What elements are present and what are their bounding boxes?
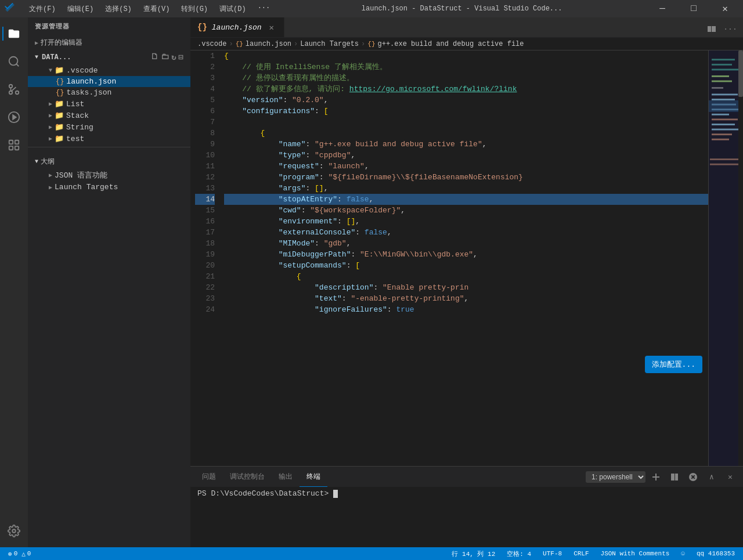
tasks-json-item[interactable]: {} tasks.json: [28, 87, 190, 98]
launch-json-item[interactable]: {} launch.json: [28, 76, 190, 87]
code-line-13: "args": [],: [224, 183, 708, 194]
new-file-icon[interactable]: 🗋: [150, 52, 158, 62]
new-terminal-button[interactable]: [648, 469, 664, 485]
split-editor-button[interactable]: [704, 21, 720, 37]
search-icon[interactable]: [2, 50, 26, 73]
menu-file[interactable]: 文件(F): [24, 3, 60, 15]
string-folder-name: String: [66, 123, 93, 132]
panel-tab-output[interactable]: 输出: [272, 467, 300, 487]
extensions-icon[interactable]: [2, 133, 26, 157]
menu-goto[interactable]: 转到(G): [176, 3, 212, 15]
kill-terminal-button[interactable]: [685, 469, 701, 485]
string-folder[interactable]: ▶ 📁 String: [28, 121, 190, 133]
code-content[interactable]: { // 使用 IntelliSense 了解相关属性。 // 悬停以查看现有属…: [219, 50, 708, 466]
breadcrumb-launch-targets[interactable]: Launch Targets: [300, 40, 359, 48]
source-control-icon[interactable]: [2, 78, 26, 101]
outline-json-lang[interactable]: ▶ JSON 语言功能: [28, 169, 190, 182]
project-section[interactable]: ▼ DATA... 🗋 🗀 ↻ ⊟: [28, 50, 190, 64]
test-folder[interactable]: ▶ 📁 test: [28, 133, 190, 144]
stack-chevron: ▶: [49, 112, 52, 119]
status-line-endings[interactable]: CRLF: [570, 547, 592, 560]
svg-point-9: [12, 529, 16, 533]
panel: 问题 调试控制台 输出 终端 1: powershell: [190, 466, 743, 547]
panel-tab-debug-console[interactable]: 调试控制台: [223, 467, 272, 487]
tab-close-button[interactable]: ✕: [266, 22, 277, 32]
new-folder-icon[interactable]: 🗀: [161, 52, 169, 62]
code-line-14: "stopAtEntry": false,: [224, 194, 708, 205]
code-line-10: "type": "cppdbg",: [224, 150, 708, 161]
menu-more[interactable]: ···: [253, 3, 275, 15]
statusbar-left: ⊗ 0 △ 0: [5, 547, 34, 560]
debug-icon[interactable]: [2, 106, 26, 129]
maximize-button[interactable]: □: [680, 0, 707, 17]
warning-icon: △: [21, 550, 26, 558]
panel-close-button[interactable]: ✕: [722, 469, 738, 485]
status-feedback[interactable]: ☺: [677, 547, 688, 560]
status-language[interactable]: JSON with Comments: [597, 547, 673, 560]
svg-point-3: [9, 85, 13, 88]
collapse-icon[interactable]: ⊟: [179, 52, 183, 62]
code-line-1: {: [224, 50, 708, 62]
refresh-icon[interactable]: ↻: [171, 52, 176, 62]
svg-rect-15: [712, 81, 732, 82]
launch-json-tab[interactable]: {} launch.json ✕: [190, 17, 284, 37]
activity-bottom: [2, 519, 26, 547]
panel-tab-terminal[interactable]: 终端: [300, 467, 327, 487]
menu-debug[interactable]: 调试(D): [215, 3, 251, 15]
stack-folder[interactable]: ▶ 📁 Stack: [28, 110, 190, 121]
panel-tabs: 问题 调试控制台 输出 终端 1: powershell: [190, 467, 743, 487]
svg-rect-29: [710, 164, 739, 165]
svg-rect-21: [712, 114, 729, 115]
menu-edit[interactable]: 编辑(E): [63, 3, 99, 15]
minimap: [708, 50, 743, 466]
breadcrumb-launch[interactable]: launch.json: [246, 40, 291, 48]
terminal-selector[interactable]: 1: powershell: [586, 471, 645, 483]
sidebar-header: 资源管理器: [28, 17, 190, 35]
breadcrumb-debug-config[interactable]: g++.exe build and debug active file: [377, 40, 524, 48]
status-errors[interactable]: ⊗ 0 △ 0: [5, 547, 34, 560]
panel-up-button[interactable]: ∧: [704, 469, 720, 485]
vscode-folder[interactable]: ▼ 📁 .vscode: [28, 64, 190, 76]
svg-point-0: [9, 57, 18, 66]
launch-json-name: launch.json: [66, 77, 116, 86]
code-line-12: "program": "${fileDirname}\\${fileBasena…: [224, 172, 708, 183]
svg-rect-28: [710, 158, 742, 160]
status-position[interactable]: 行 14, 列 12: [448, 547, 499, 560]
status-spaces[interactable]: 空格: 4: [503, 547, 535, 560]
minimize-button[interactable]: —: [649, 0, 676, 17]
list-chevron: ▶: [49, 100, 52, 107]
settings-icon[interactable]: [2, 519, 26, 543]
terminal-content[interactable]: PS D:\VsCodeCodes\DataStruct>: [190, 487, 743, 547]
svg-point-2: [16, 91, 19, 95]
close-button[interactable]: ✕: [712, 0, 738, 17]
svg-rect-22: [712, 118, 738, 120]
svg-rect-11: [712, 59, 735, 60]
explorer-icon[interactable]: [2, 22, 26, 45]
outline-header[interactable]: ▼ 大纲: [28, 154, 190, 169]
code-line-20: "setupCommands": [: [224, 260, 708, 271]
outline-launch-targets[interactable]: ▶ Launch Targets: [28, 182, 190, 193]
list-folder[interactable]: ▶ 📁 List: [28, 98, 190, 110]
tasks-json-name: tasks.json: [66, 88, 111, 97]
code-line-23: "text": "-enable-pretty-printing",: [224, 293, 708, 304]
breadcrumb-vscode[interactable]: .vscode: [197, 40, 226, 48]
test-folder-name: test: [66, 135, 84, 143]
open-editors-section[interactable]: ▶ 打开的编辑器: [28, 35, 190, 50]
open-editors-label: 打开的编辑器: [41, 38, 82, 48]
svg-rect-24: [712, 124, 735, 125]
split-terminal-button[interactable]: [666, 469, 683, 485]
svg-rect-14: [712, 75, 729, 77]
status-build[interactable]: qq 4168353: [693, 547, 738, 560]
panel-tab-problems[interactable]: 问题: [195, 467, 223, 487]
menu-view[interactable]: 查看(V): [139, 3, 175, 15]
more-actions-button[interactable]: ···: [722, 21, 738, 37]
menu-select[interactable]: 选择(S): [100, 3, 136, 15]
svg-rect-17: [712, 93, 738, 95]
svg-rect-13: [712, 69, 741, 71]
svg-rect-16: [712, 87, 723, 89]
status-encoding[interactable]: UTF-8: [539, 547, 565, 560]
code-editor[interactable]: 1 2 3 4 5 6 7 8 9 10 11 12 13 14 15 16 1…: [190, 50, 743, 466]
smiley-icon: ☺: [681, 550, 685, 557]
add-config-popup[interactable]: 添加配置...: [645, 356, 702, 373]
panel-actions: 1: powershell ∧ ✕: [586, 469, 738, 485]
